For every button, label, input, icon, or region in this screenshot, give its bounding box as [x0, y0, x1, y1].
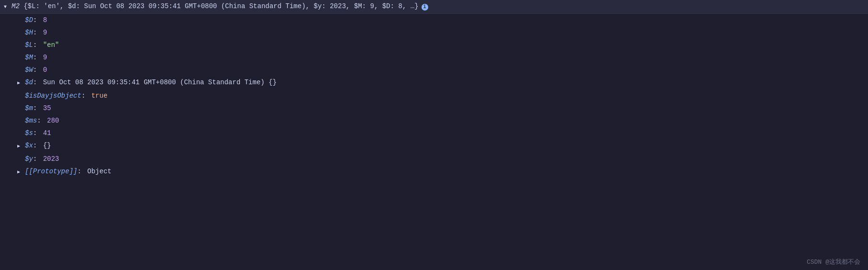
root-summary: {$L: 'en', $d: Sun Oct 08 2023 09:35:41 …	[20, 1, 419, 11]
field-H: $H : 9	[0, 26, 868, 39]
field-L-value: "en"	[43, 40, 59, 50]
field-prototype[interactable]: [[Prototype]] : Object	[0, 165, 868, 179]
watermark: CSDN @这我都不会	[807, 258, 860, 266]
field-m-value: 35	[43, 103, 51, 113]
field-D-key: $D	[25, 15, 33, 25]
field-D-value: 8	[43, 15, 47, 25]
field-x-key: $x	[25, 140, 33, 151]
field-y-key: $y	[25, 154, 33, 164]
field-M: $M : 9	[0, 51, 868, 64]
field-m: $m : 35	[0, 102, 868, 114]
info-icon[interactable]: i	[422, 4, 428, 11]
field-prototype-value: Object	[87, 166, 111, 177]
field-d-key: $d	[25, 77, 33, 88]
field-ms-key: $ms	[25, 115, 37, 126]
field-M-value: 9	[43, 52, 47, 63]
field-m-key: $m	[25, 103, 33, 113]
devtools-panel: M2 {$L: 'en', $d: Sun Oct 08 2023 09:35:…	[0, 0, 868, 270]
field-prototype-key: [[Prototype]]	[25, 166, 77, 177]
field-x-value: {}	[43, 140, 51, 151]
field-d-braces: {}	[265, 77, 277, 88]
field-d-value: Sun Oct 08 2023 09:35:41 GMT+0800 (China…	[43, 77, 265, 88]
field-s-key: $s	[25, 128, 33, 138]
field-isDayjsObject-value: true	[91, 90, 107, 101]
field-H-value: 9	[43, 27, 47, 38]
field-isDayjsObject-key: $isDayjsObject	[25, 90, 82, 101]
field-d-arrow[interactable]	[17, 78, 25, 89]
field-prototype-arrow[interactable]	[17, 167, 25, 178]
field-x[interactable]: $x : {}	[0, 139, 868, 153]
field-s-value: 41	[43, 128, 51, 138]
field-L: $L : "en"	[0, 39, 868, 51]
field-ms-value: 280	[47, 115, 59, 126]
field-isDayjsObject: $isDayjsObject : true	[0, 90, 868, 102]
field-W-key: $W	[25, 65, 33, 75]
field-W-value: 0	[43, 65, 47, 75]
field-W: $W : 0	[0, 64, 868, 76]
field-y-value: 2023	[43, 154, 59, 164]
field-y: $y : 2023	[0, 153, 868, 165]
field-D: $D : 8	[0, 14, 868, 26]
root-label: M2	[12, 1, 20, 11]
field-x-arrow[interactable]	[17, 141, 25, 152]
field-H-key: $H	[25, 27, 33, 38]
field-s: $s : 41	[0, 127, 868, 139]
root-toggle-arrow[interactable]	[4, 2, 12, 12]
field-L-key: $L	[25, 40, 33, 50]
field-ms: $ms : 280	[0, 114, 868, 127]
root-line[interactable]: M2 {$L: 'en', $d: Sun Oct 08 2023 09:35:…	[0, 0, 868, 14]
field-d[interactable]: $d : Sun Oct 08 2023 09:35:41 GMT+0800 (…	[0, 76, 868, 90]
field-M-key: $M	[25, 52, 33, 63]
